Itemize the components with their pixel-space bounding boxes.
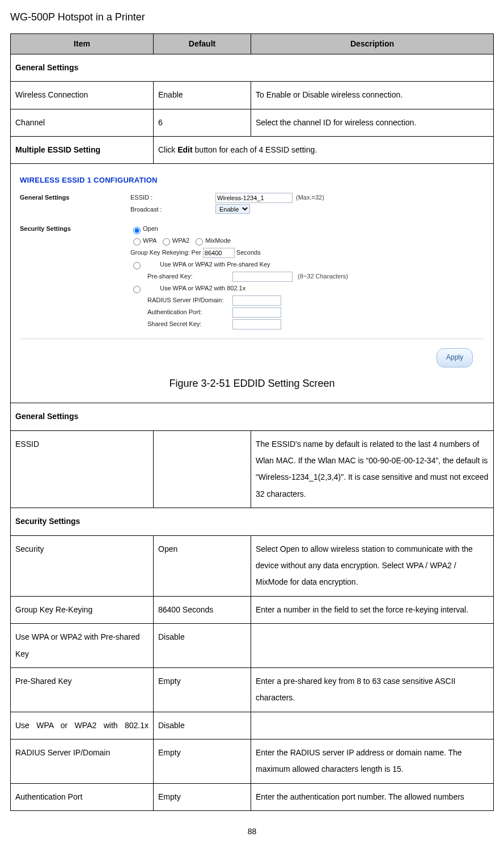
cell-default: Empty: [154, 667, 251, 712]
cell-item: Security: [11, 535, 154, 596]
table-row: Authentication Port Empty Enter the auth…: [11, 783, 494, 810]
radius-input[interactable]: [232, 295, 281, 306]
table-row: ESSID The ESSID's name by default is rel…: [11, 430, 494, 508]
cell-default: Empty: [154, 783, 251, 810]
radio-mixmode[interactable]: [196, 238, 203, 246]
radio-use-1x[interactable]: [133, 286, 141, 293]
cell-default: Enable: [154, 82, 251, 109]
cell-item: Authentication Port: [11, 783, 154, 810]
cell-item: Multiple ESSID Setting: [11, 136, 154, 163]
cell-desc: Click Edit button for each of 4 ESSID se…: [154, 136, 494, 163]
cell-desc: Enter the authentication port number. Th…: [251, 783, 494, 810]
config-screenshot: WIRELESS ESSID 1 CONFIGURATION General S…: [15, 169, 489, 371]
wpa-label: WPA: [143, 237, 156, 244]
essid-hint: (Max.=32): [296, 194, 324, 201]
gkr-label: Group Key Rekeying: Per: [130, 249, 201, 256]
authport-input[interactable]: [232, 307, 281, 318]
secret-input[interactable]: [232, 319, 281, 329]
secret-label: Shared Secret Key:: [130, 318, 232, 330]
cell-default: Empty: [154, 739, 251, 784]
gkr-unit: Seconds: [236, 249, 261, 256]
table-row: RADIUS Server IP/Domain Empty Enter the …: [11, 739, 494, 784]
cell-item: Pre-Shared Key: [11, 667, 154, 712]
cell-item: Group Key Re-Keying: [11, 596, 154, 623]
open-label: Open: [143, 225, 158, 232]
cell-default: 86400 Seconds: [154, 596, 251, 623]
section-general-settings: General Settings: [11, 54, 494, 81]
psk-hint: (8~32 Characters): [298, 273, 348, 280]
cell-desc: Enter the RADIUS server IP address or do…: [251, 739, 494, 784]
psk-label: Pre-shared Key:: [130, 271, 232, 282]
cell-default: 6: [154, 109, 251, 136]
cell-desc: Select Open to allow wireless station to…: [251, 535, 494, 596]
mixmode-label: MixMode: [205, 237, 231, 244]
col-header-description: Description: [251, 34, 494, 54]
essid-label: ESSID :: [130, 192, 215, 204]
table-row: Group Key Re-Keying 86400 Seconds Enter …: [11, 596, 494, 623]
figure-caption: Figure 3-2-51 EDDID Setting Screen: [15, 372, 489, 398]
table-row: Multiple ESSID Setting Click Edit button…: [11, 136, 494, 163]
table-row: Pre-Shared Key Empty Enter a pre-shared …: [11, 667, 494, 712]
broadcast-label: Broadcast :: [130, 204, 215, 215]
cell-item: Use WPA or WPA2 with 802.1x: [11, 712, 154, 739]
text: Click: [158, 145, 177, 154]
cell-desc: Enter a pre-shared key from 8 to 63 case…: [251, 667, 494, 712]
cell-item: Channel: [11, 109, 154, 136]
cell-desc: To Enable or Disable wireless connection…: [251, 82, 494, 109]
table-row: Security Open Select Open to allow wirel…: [11, 535, 494, 596]
page-title: WG-500P Hotspot in a Printer: [10, 11, 494, 23]
radio-use-psk[interactable]: [133, 262, 141, 269]
broadcast-select[interactable]: Enable: [215, 204, 250, 214]
col-header-item: Item: [11, 34, 154, 54]
section-security-settings: Security Settings: [11, 508, 494, 535]
cell-desc: [251, 712, 494, 739]
cell-desc: Select the channel ID for wireless conne…: [251, 109, 494, 136]
cell-item: Use WPA or WPA2 with Pre-shared Key: [11, 624, 154, 668]
config-section-general: General Settings: [20, 192, 130, 215]
psk-input[interactable]: [232, 272, 293, 282]
cell-default: Disable: [154, 712, 251, 739]
cell-default: [154, 430, 251, 508]
radio-wpa2[interactable]: [163, 238, 170, 246]
section-general-settings-2: General Settings: [11, 403, 494, 430]
figure-cell: WIRELESS ESSID 1 CONFIGURATION General S…: [11, 164, 494, 403]
apply-button[interactable]: Apply: [437, 348, 473, 367]
cell-default: Disable: [154, 624, 251, 668]
essid-input[interactable]: [215, 193, 293, 203]
text: button for each of 4 ESSID setting.: [193, 145, 317, 154]
gkr-input[interactable]: [203, 248, 235, 258]
use-psk-label: Use WPA or WPA2 with Pre-shared Key: [143, 259, 270, 271]
cell-desc: [251, 624, 494, 668]
table-row: Channel 6 Select the channel ID for wire…: [11, 109, 494, 136]
radio-wpa[interactable]: [133, 238, 141, 246]
settings-table: Item Default Description General Setting…: [10, 33, 494, 811]
radius-label: RADIUS Server IP/Domain:: [130, 294, 232, 306]
table-row: Use WPA or WPA2 with Pre-shared Key Disa…: [11, 624, 494, 668]
config-section-security: Security Settings: [20, 223, 130, 329]
cell-item: ESSID: [11, 430, 154, 508]
table-row: Wireless Connection Enable To Enable or …: [11, 82, 494, 109]
cell-default: Open: [154, 535, 251, 596]
authport-label: Authentication Port:: [130, 306, 232, 318]
cell-desc: Enter a number in the field to set the f…: [251, 596, 494, 623]
wpa2-label: WPA2: [172, 237, 189, 244]
text-bold: Edit: [177, 145, 192, 154]
page-number: 88: [10, 827, 494, 836]
radio-open[interactable]: [133, 227, 141, 234]
use-1x-label: Use WPA or WPA2 with 802.1x: [143, 282, 245, 294]
table-row: Use WPA or WPA2 with 802.1x Disable: [11, 712, 494, 739]
config-title: WIRELESS ESSID 1 CONFIGURATION: [20, 172, 484, 188]
cell-item: Wireless Connection: [11, 82, 154, 109]
col-header-default: Default: [154, 34, 251, 54]
cell-desc: The ESSID's name by default is related t…: [251, 430, 494, 508]
cell-item: RADIUS Server IP/Domain: [11, 739, 154, 784]
